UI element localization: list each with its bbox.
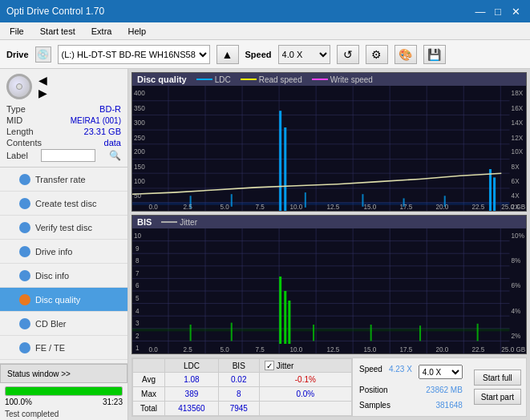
start-full-button[interactable]: Start full [474,370,521,386]
cd-bler-label: CD Bler [35,319,67,329]
progress-bar-outer [5,386,123,396]
stats-row-max: Max 389 8 0.0% [133,387,352,402]
content-area: Disc quality LDC Read speed Write speed [128,69,530,420]
length-value: 23.31 GB [84,127,121,136]
jitter-checkbox[interactable]: ✓ [265,361,274,370]
svg-text:350: 350 [134,105,145,112]
svg-text:7.5: 7.5 [255,204,265,211]
total-label: Total [133,402,165,416]
svg-text:25.0 GB: 25.0 GB [501,204,526,211]
drive-icon: 💿 [35,46,51,63]
svg-text:16X: 16X [512,105,524,112]
menubar: File Start test Extra Help [0,22,530,40]
svg-rect-25 [305,192,306,208]
svg-text:50: 50 [134,192,142,200]
transfer-rate-label: Transfer rate [35,175,86,184]
refresh-button[interactable]: ↺ [337,45,359,64]
speed-select[interactable]: 4.0 X Max 2.0 X [278,45,330,64]
minimize-button[interactable]: — [472,3,488,19]
svg-rect-78 [284,291,286,344]
sidebar-item-disc-quality[interactable]: Disc quality [0,288,127,312]
length-label: Length [6,127,34,136]
sidebar-item-transfer-rate[interactable]: Transfer rate [0,168,127,192]
col-header-empty [133,359,165,373]
svg-rect-84 [419,325,421,341]
svg-text:10%: 10% [512,231,524,240]
svg-text:8X: 8X [512,164,520,171]
avg-bis: 0.02 [218,373,259,387]
label-input[interactable] [41,149,95,162]
transfer-rate-icon [19,174,30,185]
speed-label: Speed [245,50,272,59]
svg-text:1: 1 [136,344,140,353]
sidebar-item-disc-info[interactable]: Disc info [0,264,127,288]
col-header-jitter-section: ✓ Jitter [259,359,351,373]
col-header-bis: BIS [218,359,259,373]
svg-text:10: 10 [134,231,141,240]
drive-select[interactable]: (L:) HL-DT-ST BD-RE WH16NS58 TST4 [58,45,210,64]
label-edit-icon[interactable]: 🔍 [109,150,121,161]
svg-text:2%: 2% [512,331,521,340]
avg-ldc: 1.08 [165,373,219,387]
svg-rect-77 [279,277,281,344]
legend-ldc: LDC [196,75,231,84]
svg-text:2.5: 2.5 [183,204,192,211]
drive-label: Drive [6,50,29,59]
sidebar-item-verify-test-disc[interactable]: Verify test disc [0,216,127,240]
menu-extra[interactable]: Extra [85,25,119,38]
total-bis: 7945 [218,402,259,416]
speed-position-panel: Speed 4.23 X 4.0 X Position 23862 MB Sam… [352,358,469,416]
cd-bler-icon [19,318,30,329]
svg-text:4%: 4% [512,306,521,315]
svg-text:4X: 4X [512,192,520,200]
stats-row-total: Total 413560 7945 [133,402,352,416]
svg-text:0.0: 0.0 [148,345,157,353]
eject-button[interactable]: ▲ [216,45,239,64]
speed-dropdown[interactable]: 4.0 X [419,365,463,379]
create-test-disc-icon [19,198,30,209]
close-button[interactable]: ✕ [508,3,524,19]
svg-text:25.0 GB: 25.0 GB [501,345,525,353]
app-title: Opti Drive Control 1.70 [6,6,104,17]
titlebar: Opti Drive Control 1.70 — □ ✕ [0,0,530,22]
stats-panel: LDC BIS ✓ Jitter Avg 1.08 [131,357,527,417]
max-jitter: 0.0% [259,387,351,402]
start-part-button[interactable]: Start part [474,389,521,405]
svg-text:15.0: 15.0 [363,345,376,353]
chart-bottom-title: BIS [137,217,152,227]
disc-panel: ◀ ▶ Type BD-R MID MEIRA1 (001) Length 23… [0,69,127,168]
legend-jitter: Jitter [161,218,197,227]
samples-row: Samples 381648 [359,401,463,410]
menu-start-test[interactable]: Start test [34,25,82,38]
svg-text:6%: 6% [512,281,521,290]
legend-jitter-label: Jitter [180,218,197,227]
sidebar-item-cd-bler[interactable]: CD Bler [0,312,127,336]
drive-info-label: Drive info [35,247,72,256]
svg-rect-85 [477,324,479,341]
svg-text:400: 400 [134,90,145,97]
prev-disc-button[interactable]: ◀ [38,74,47,87]
svg-text:12.5: 12.5 [326,204,339,211]
label-label: Label [6,151,28,160]
progress-info: 100.0% 31:23 [5,398,123,406]
sidebar-item-create-test-disc[interactable]: Create test disc [0,192,127,216]
legend-read-label: Read speed [259,75,302,84]
sidebar-item-extra-tests[interactable]: Extra tests [0,360,127,363]
svg-text:3: 3 [136,319,140,328]
palette-button[interactable]: 🎨 [394,45,417,64]
maximize-button[interactable]: □ [490,3,506,19]
next-disc-button[interactable]: ▶ [38,87,47,99]
status-text: Test completed [0,410,127,420]
chart-top-header: Disc quality LDC Read speed Write speed [132,73,526,86]
samples-label: Samples [359,401,390,410]
settings-button[interactable]: ⚙ [366,45,388,64]
save-button[interactable]: 💾 [423,45,446,64]
status-window-button[interactable]: Status window >> [0,364,127,383]
sidebar-item-fe-te[interactable]: FE / TE [0,336,127,360]
svg-text:22.5: 22.5 [471,204,484,211]
menu-file[interactable]: File [3,25,30,38]
sidebar-item-drive-info[interactable]: Drive info [0,240,127,264]
menu-help[interactable]: Help [121,25,152,38]
svg-text:7.5: 7.5 [255,345,264,353]
svg-text:7: 7 [136,269,140,277]
